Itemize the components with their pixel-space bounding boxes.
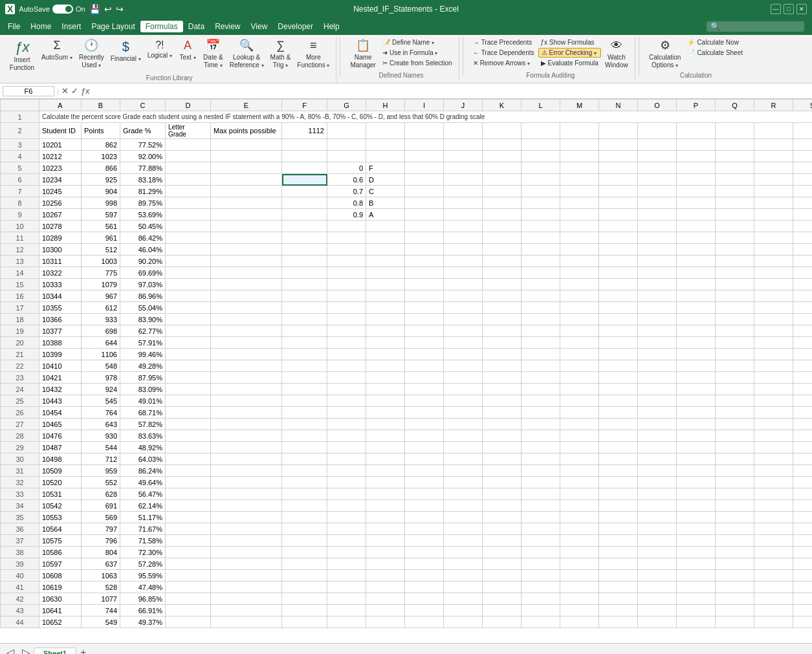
cell-k15[interactable] xyxy=(483,279,521,290)
cell-k6[interactable] xyxy=(483,174,521,186)
cell-b39[interactable]: 637 xyxy=(82,558,120,570)
cell-d21[interactable] xyxy=(166,349,211,360)
cell-h33[interactable] xyxy=(366,488,405,500)
cell-r20[interactable] xyxy=(754,337,793,349)
cell-h22[interactable] xyxy=(366,360,405,372)
cell-i44[interactable] xyxy=(405,616,444,628)
cell-a2[interactable]: Student ID xyxy=(39,123,82,139)
insert-function-button[interactable]: ƒx InsertFunction xyxy=(6,38,38,73)
cell-r42[interactable] xyxy=(754,593,793,605)
cell-m13[interactable] xyxy=(560,256,599,267)
cell-f29[interactable] xyxy=(282,442,327,453)
cell-f10[interactable] xyxy=(282,221,327,232)
cell-e6[interactable] xyxy=(211,174,282,186)
cell-r7[interactable] xyxy=(754,186,793,197)
cell-e17[interactable] xyxy=(211,302,282,314)
cell-m14[interactable] xyxy=(560,267,599,279)
cell-b36[interactable]: 797 xyxy=(82,523,120,535)
cell-c4[interactable]: 92.00% xyxy=(120,151,166,162)
calculate-now-button[interactable]: ⚡ Calculate Now xyxy=(685,38,745,47)
cell-p42[interactable] xyxy=(677,593,716,605)
cell-a44[interactable]: 10652 xyxy=(39,616,82,628)
cell-j4[interactable] xyxy=(444,151,483,162)
cell-g10[interactable] xyxy=(327,221,366,232)
cell-k17[interactable] xyxy=(483,302,521,314)
cell-s31[interactable] xyxy=(793,465,813,477)
cell-n31[interactable] xyxy=(599,465,638,477)
cell-d38[interactable] xyxy=(166,547,211,558)
cell-d28[interactable] xyxy=(166,430,211,442)
cell-f22[interactable] xyxy=(282,360,327,372)
cell-i24[interactable] xyxy=(405,384,444,395)
cell-n11[interactable] xyxy=(599,232,638,244)
cell-m8[interactable] xyxy=(560,197,599,209)
cell-b40[interactable]: 1063 xyxy=(82,570,120,582)
cell-d27[interactable] xyxy=(166,419,211,430)
cell-f20[interactable] xyxy=(282,337,327,349)
name-manager-button[interactable]: 📋 NameManager xyxy=(347,38,378,71)
menu-item-insert[interactable]: Insert xyxy=(56,21,86,32)
cell-n14[interactable] xyxy=(599,267,638,279)
cell-m11[interactable] xyxy=(560,232,599,244)
cell-p38[interactable] xyxy=(677,547,716,558)
cell-e24[interactable] xyxy=(211,384,282,395)
cell-o41[interactable] xyxy=(638,582,677,593)
cell-f39[interactable] xyxy=(282,558,327,570)
cell-g20[interactable] xyxy=(327,337,366,349)
col-header-e[interactable]: E xyxy=(211,100,282,111)
cell-o14[interactable] xyxy=(638,267,677,279)
cell-n39[interactable] xyxy=(599,558,638,570)
cell-o12[interactable] xyxy=(638,244,677,256)
cell-f23[interactable] xyxy=(282,372,327,384)
cell-g41[interactable] xyxy=(327,582,366,593)
cell-g12[interactable] xyxy=(327,244,366,256)
add-sheet-button[interactable]: + xyxy=(76,647,90,654)
cell-m42[interactable] xyxy=(560,593,599,605)
cell-d36[interactable] xyxy=(166,523,211,535)
cell-a25[interactable]: 10443 xyxy=(39,395,82,407)
cell-j33[interactable] xyxy=(444,488,483,500)
lookup-reference-button[interactable]: 🔍 Lookup &Reference ▾ xyxy=(227,38,267,71)
cell-s33[interactable] xyxy=(793,488,813,500)
cell-p23[interactable] xyxy=(677,372,716,384)
cell-j30[interactable] xyxy=(444,453,483,465)
cell-p19[interactable] xyxy=(677,325,716,337)
col-header-q[interactable]: Q xyxy=(716,100,754,111)
cell-e19[interactable] xyxy=(211,325,282,337)
cell-c23[interactable]: 87.95% xyxy=(120,372,166,384)
cell-i14[interactable] xyxy=(405,267,444,279)
cell-n13[interactable] xyxy=(599,256,638,267)
cell-l26[interactable] xyxy=(521,407,560,419)
cell-o17[interactable] xyxy=(638,302,677,314)
cell-a19[interactable]: 10377 xyxy=(39,325,82,337)
cell-j21[interactable] xyxy=(444,349,483,360)
cell-s27[interactable] xyxy=(793,419,813,430)
cell-m17[interactable] xyxy=(560,302,599,314)
cell-h10[interactable] xyxy=(366,221,405,232)
cell-d33[interactable] xyxy=(166,488,211,500)
cell-l20[interactable] xyxy=(521,337,560,349)
cell-g36[interactable] xyxy=(327,523,366,535)
cell-e16[interactable] xyxy=(211,290,282,302)
cell-b38[interactable]: 804 xyxy=(82,547,120,558)
cell-j15[interactable] xyxy=(444,279,483,290)
cell-c31[interactable]: 86.24% xyxy=(120,465,166,477)
cell-h32[interactable] xyxy=(366,477,405,488)
cell-d17[interactable] xyxy=(166,302,211,314)
cell-h28[interactable] xyxy=(366,430,405,442)
cell-b8[interactable]: 998 xyxy=(82,197,120,209)
calculate-sheet-button[interactable]: 📄 Calculate Sheet xyxy=(685,48,745,58)
cell-l28[interactable] xyxy=(521,430,560,442)
trace-dependents-button[interactable]: ← Trace Dependents xyxy=(470,48,537,58)
cell-k26[interactable] xyxy=(483,407,521,419)
cell-h30[interactable] xyxy=(366,453,405,465)
cell-b3[interactable]: 862 xyxy=(82,139,120,151)
cell-q8[interactable] xyxy=(716,197,754,209)
cell-a23[interactable]: 10421 xyxy=(39,372,82,384)
cell-f14[interactable] xyxy=(282,267,327,279)
cell-h9[interactable]: A xyxy=(366,209,405,221)
cell-r9[interactable] xyxy=(754,209,793,221)
cell-g14[interactable] xyxy=(327,267,366,279)
cell-c19[interactable]: 62.77% xyxy=(120,325,166,337)
cell-e21[interactable] xyxy=(211,349,282,360)
